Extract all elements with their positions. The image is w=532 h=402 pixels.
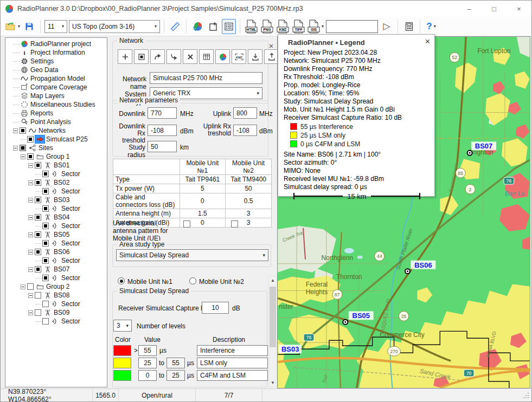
tree-item-simulcast-p25[interactable]: Simulcast P25 [5, 135, 107, 144]
calculate-coverage-button[interactable] [190, 19, 204, 34]
tree-checkbox[interactable] [42, 301, 49, 307]
tree-item-bs04[interactable]: BS04 [5, 213, 107, 222]
tree-item-point-analysis[interactable]: Point Analysis [5, 118, 107, 126]
project-tree[interactable]: RadioPlanner projectiProject Information… [5, 37, 107, 387]
tree-checkbox[interactable] [42, 257, 49, 264]
tree-item-bs03[interactable]: BS03 [5, 196, 107, 204]
basemap-select[interactable]: US Topo (Zoom 3-16) ▾ [69, 20, 160, 33]
export-gis-button[interactable]: GIS ▾ [307, 19, 324, 34]
tree-item-sites[interactable]: Sites [5, 144, 107, 152]
tree-expander-icon[interactable] [28, 163, 33, 168]
tree-checkbox[interactable] [42, 171, 49, 177]
maximize-button[interactable]: □ [482, 1, 507, 17]
cell[interactable]: 0 [180, 193, 226, 209]
tree-item-group-2[interactable]: Group 2 [5, 282, 107, 291]
site-bs03[interactable]: BS03 [279, 345, 302, 353]
cell[interactable]: 50 [226, 184, 272, 193]
tree-expander-icon[interactable] [21, 284, 25, 289]
tree-checkbox[interactable] [42, 240, 49, 247]
search-input[interactable] [326, 20, 378, 33]
tree-checkbox[interactable] [35, 231, 41, 238]
tree-checkbox[interactable] [35, 179, 41, 186]
tree-item-bs02[interactable]: BS02 [5, 178, 107, 187]
tree-checkbox[interactable] [20, 145, 26, 151]
tree-item-bs05[interactable]: BS05 [5, 230, 107, 239]
tree-item-reports[interactable]: Reports [5, 109, 107, 118]
tree-checkbox[interactable] [35, 249, 41, 255]
select-network-button[interactable] [134, 49, 149, 64]
tree-item-radioplanner-project[interactable]: RadioPlanner project [5, 40, 107, 48]
downlink-input[interactable]: 770 [148, 107, 177, 119]
uplink-rx-input[interactable]: -108 [233, 125, 257, 136]
tree-item-sector[interactable]: Sector [5, 204, 107, 213]
legend-close-icon[interactable]: × [425, 37, 430, 47]
tree-expander-icon[interactable] [28, 198, 33, 203]
level3-color-swatch[interactable] [113, 370, 131, 381]
level2-color-swatch[interactable] [113, 358, 131, 368]
scroll-up-arrow[interactable]: ▲ [269, 276, 277, 284]
open-project-button[interactable]: ▾ [5, 19, 21, 34]
tree-item-sector[interactable]: Sector [5, 170, 107, 178]
network-coverage-button[interactable] [215, 49, 230, 64]
level2-from-input[interactable]: 25 [138, 358, 157, 368]
run-button[interactable]: ▷ [380, 19, 394, 34]
tree-item-project-information[interactable]: iProject Information [5, 48, 107, 57]
tree-checkbox[interactable] [27, 283, 34, 290]
tree-item-bs01[interactable]: BS01 [5, 161, 107, 170]
level3-to-input[interactable]: 25 [166, 370, 185, 381]
tree-item-compare-coverage[interactable]: Compare Coverage [5, 83, 107, 92]
tree-item-miscellaneous-studies[interactable]: Miscellaneous Studies [5, 100, 107, 109]
tree-item-networks[interactable]: Networks [5, 126, 107, 135]
export-button[interactable] [264, 49, 279, 64]
save-button[interactable] [22, 19, 36, 34]
level1-desc-input[interactable]: Interference [197, 345, 268, 356]
tree-item-geo-data[interactable]: Geo Data [5, 66, 107, 74]
minimize-button[interactable]: – [457, 1, 482, 17]
cell[interactable]: Tait TM9400 [226, 175, 272, 184]
tree-checkbox[interactable] [20, 127, 26, 134]
cell[interactable]: 0.5 [226, 193, 272, 209]
tree-expander-icon[interactable] [28, 293, 33, 298]
level3-from-input[interactable]: 0 [138, 370, 157, 381]
tree-expander-icon[interactable] [13, 146, 18, 151]
calculator-button[interactable] [402, 19, 416, 34]
level2-desc-input[interactable]: LSM only [197, 358, 268, 368]
tree-item-sector[interactable]: Sector [5, 274, 107, 282]
tree-expander-icon[interactable] [21, 154, 25, 159]
tree-item-sector[interactable]: Sector [5, 239, 107, 248]
level3-desc-input[interactable]: C4FM and LSM [197, 370, 268, 381]
tree-item-propagation-model[interactable]: Propagation Model [5, 74, 107, 83]
tree-checkbox[interactable] [42, 275, 49, 281]
cell[interactable]: 5 [180, 184, 226, 193]
tree-item-group-1[interactable]: Group 1 [5, 152, 107, 161]
tree-expander-icon[interactable] [28, 215, 33, 220]
tree-checkbox[interactable] [35, 162, 41, 168]
tree-item-sector[interactable]: Sector [5, 317, 107, 326]
scroll-thumb[interactable] [270, 287, 276, 347]
tree-item-sector[interactable]: Sector [5, 256, 107, 265]
level2-to-input[interactable]: 55 [166, 358, 185, 368]
tree-checkbox[interactable] [42, 188, 49, 194]
kmz-frame-button[interactable]: KMZ [232, 49, 246, 64]
new-map-window-button[interactable] [206, 19, 220, 34]
directional-mu1-checkbox[interactable] [183, 221, 190, 228]
export-html-button[interactable]: HTML [244, 19, 258, 34]
export-png-button[interactable]: PNG [260, 19, 274, 34]
legend-toggle-button[interactable] [222, 19, 236, 34]
tree-checkbox[interactable] [35, 214, 41, 221]
close-button[interactable]: × [507, 1, 531, 17]
zoom-level-select[interactable]: 11 ▾ [44, 20, 67, 33]
tree-item-map-layers[interactable]: Map Layers [5, 92, 107, 100]
export-kmz-button[interactable]: KMZ [275, 19, 290, 34]
measure-ruler-button[interactable] [168, 19, 182, 34]
area-study-select[interactable]: Simulcast Delay Spread ▾ [116, 249, 268, 261]
tree-checkbox[interactable] [35, 266, 41, 273]
delete-network-button[interactable] [183, 49, 197, 64]
move-up-button[interactable] [150, 49, 165, 64]
tree-item-bs06[interactable]: BS06 [5, 248, 107, 256]
import-button[interactable] [248, 49, 262, 64]
move-down-button[interactable] [166, 49, 181, 64]
cell[interactable]: 3 [226, 209, 272, 218]
directional-mu2-checkbox[interactable] [231, 221, 238, 228]
cell[interactable]: 1.5 [180, 209, 226, 218]
